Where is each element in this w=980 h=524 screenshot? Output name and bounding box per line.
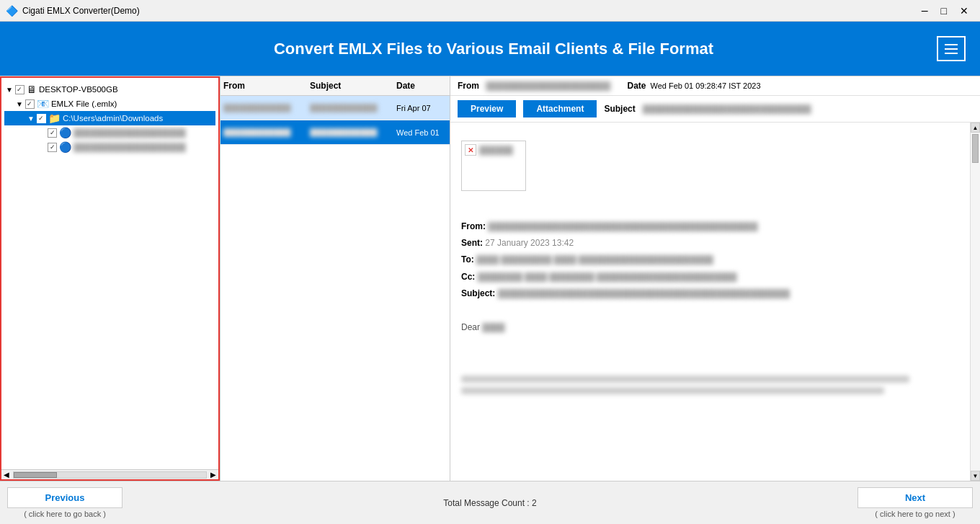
expand-icon: ▼: [6, 86, 13, 94]
tree-checkbox[interactable]: [15, 85, 24, 94]
email-list-header: From Subject Date Attachment: [220, 76, 450, 96]
subject-field-label: Subject:: [461, 288, 495, 298]
file-icon: 🔵: [59, 127, 71, 138]
scroll-up-arrow[interactable]: ▲: [971, 123, 980, 133]
previous-hint: ( click here to go back ): [24, 510, 106, 518]
from-field-label: From:: [461, 221, 486, 231]
greeting-name: ████: [482, 323, 504, 332]
subject-field-value: ████████████████████████████████████████…: [498, 289, 790, 298]
computer-icon: 🖥: [27, 84, 37, 95]
title-bar-left: 🔷 Cigati EMLX Converter(Demo): [6, 5, 140, 17]
field-cc: Cc: ████████ ████ ████████ █████████████…: [461, 270, 959, 284]
email-body: ✕ ██████ From: █████████████████████████…: [450, 123, 970, 481]
menu-line: [945, 48, 958, 50]
email-image-section: ✕ ██████: [461, 141, 959, 191]
scrollbar-track[interactable]: [13, 471, 207, 479]
from-label: From: [458, 81, 479, 91]
email-from: ████████████: [223, 104, 310, 112]
tree-item-file2[interactable]: 🔵 ████████████████████: [4, 140, 215, 154]
body-line2: [461, 387, 884, 394]
preview-button[interactable]: Preview: [458, 100, 516, 117]
next-button[interactable]: Next: [858, 487, 973, 508]
subject-label: Subject: [604, 104, 635, 114]
tree-checkbox[interactable]: [25, 99, 35, 109]
main-content: ▼ 🖥 DESKTOP-VB500GB ▼ 📧 EMLX File (.emlx…: [0, 76, 980, 481]
right-scrollbar[interactable]: ▲ ▼: [970, 123, 980, 481]
left-panel: ▼ 🖥 DESKTOP-VB500GB ▼ 📧 EMLX File (.emlx…: [0, 76, 220, 481]
tree-label-file2: ████████████████████: [74, 143, 186, 151]
tree-label-downloads: C:\Users\admin\Downloads: [63, 114, 163, 123]
attachment-button[interactable]: Attachment: [523, 100, 597, 117]
title-bar-controls[interactable]: – □ ✕: [916, 4, 974, 18]
app-icon: 🔷: [6, 5, 18, 17]
tree-label-emlx: EMLX File (.emlx): [51, 99, 117, 108]
tree-checkbox[interactable]: [48, 143, 57, 152]
close-button[interactable]: ✕: [954, 4, 974, 18]
field-sent: Sent: 27 January 2023 13:42: [461, 236, 959, 250]
left-horizontal-scrollbar[interactable]: ◀ ▶: [1, 469, 218, 479]
email-details: From: ██████████████████████████████████…: [461, 220, 959, 301]
tree-item-file1[interactable]: 🔵 ████████████████████: [4, 125, 215, 140]
file-icon: 🔵: [59, 141, 71, 153]
maximize-button[interactable]: □: [935, 4, 953, 18]
email-subject: ████████████: [310, 128, 396, 137]
tree-label-file1: ████████████████████: [74, 128, 186, 137]
field-subject: Subject: ███████████████████████████████…: [461, 287, 959, 301]
cc-field-value: ████████ ████ ████████ █████████████████…: [478, 272, 737, 281]
email-date: Wed Feb 01: [396, 128, 450, 137]
email-date: Fri Apr 07: [396, 104, 450, 112]
date-label: Date: [627, 81, 646, 91]
menu-line: [945, 53, 958, 54]
previous-button[interactable]: Previous: [7, 487, 122, 508]
sent-field-label: Sent:: [461, 238, 483, 248]
email-subject: ████████████: [310, 104, 396, 112]
image-caption: ██████: [479, 146, 513, 154]
previous-section: Previous ( click here to go back ): [7, 487, 122, 518]
scroll-down-arrow[interactable]: ▼: [971, 471, 980, 481]
subject-value: ██████████████████████████████: [643, 105, 811, 113]
email-row[interactable]: ████████████ ████████████ Fri Apr 07 📎: [220, 96, 450, 120]
tree-checkbox[interactable]: [48, 128, 57, 138]
tree-item-desktop[interactable]: ▼ 🖥 DESKTOP-VB500GB: [4, 82, 215, 97]
col-subject: Subject: [310, 81, 396, 91]
email-meta-bar: From ██████████████████████ Date Wed Feb…: [450, 76, 980, 96]
from-value: ██████████████████████: [484, 81, 612, 91]
right-panel: From ██████████████████████ Date Wed Feb…: [450, 76, 980, 481]
sent-field-value: 27 January 2023 13:42: [485, 238, 574, 248]
scrollbar-thumb[interactable]: [14, 472, 57, 478]
app-header: Convert EMLX Files to Various Email Clie…: [0, 22, 980, 76]
email-row[interactable]: ████████████ ████████████ Wed Feb 01 📎: [220, 120, 450, 145]
from-field-value: ████████████████████████████████████████…: [488, 222, 757, 231]
app-name: Cigati EMLX Converter(Demo): [22, 6, 140, 16]
total-message-count: Total Message Count : 2: [443, 498, 536, 508]
email-rows: ████████████ ████████████ Fri Apr 07 📎 █…: [220, 96, 450, 481]
tree-item-downloads[interactable]: ▼ 📁 C:\Users\admin\Downloads: [4, 111, 215, 125]
folder-icon: 📁: [48, 112, 61, 124]
scroll-left-arrow[interactable]: ◀: [1, 471, 12, 479]
next-hint: ( click here to go next ): [875, 510, 955, 518]
next-section: Next ( click here to go next ): [858, 487, 973, 518]
to-field-label: To:: [461, 254, 474, 265]
title-bar: 🔷 Cigati EMLX Converter(Demo) – □ ✕: [0, 0, 980, 22]
minimize-button[interactable]: –: [916, 4, 934, 18]
header-menu-button[interactable]: [937, 36, 966, 61]
tree-label-desktop: DESKTOP-VB500GB: [39, 85, 118, 94]
email-body-wrapper: ✕ ██████ From: █████████████████████████…: [450, 123, 980, 481]
field-from: From: ██████████████████████████████████…: [461, 220, 959, 234]
bottom-bar: Previous ( click here to go back ) Total…: [0, 481, 980, 524]
date-value: Wed Feb 01 09:28:47 IST 2023: [650, 81, 760, 90]
col-date: Date: [396, 81, 454, 91]
email-from: ████████████: [223, 128, 310, 137]
greeting-text: Dear: [461, 322, 482, 332]
tree-item-emlx[interactable]: ▼ 📧 EMLX File (.emlx): [4, 97, 215, 111]
broken-image: ✕ ██████: [461, 141, 526, 191]
scroll-right-arrow[interactable]: ▶: [208, 471, 218, 479]
col-from: From: [223, 81, 310, 91]
cc-field-label: Cc:: [461, 272, 475, 282]
scrollbar-thumb-vertical[interactable]: [972, 134, 979, 163]
from-group: From ██████████████████████: [458, 81, 612, 91]
expand-icon: ▼: [16, 100, 23, 108]
menu-line: [945, 44, 958, 45]
tree-checkbox[interactable]: [37, 114, 46, 123]
action-bar: Preview Attachment Subject █████████████…: [450, 96, 980, 123]
